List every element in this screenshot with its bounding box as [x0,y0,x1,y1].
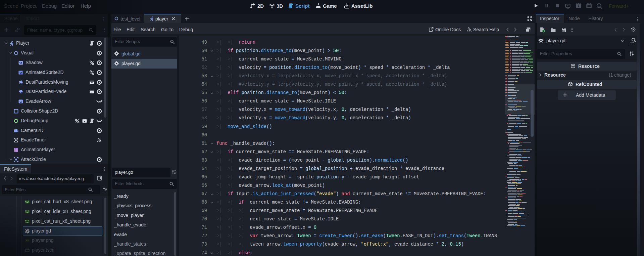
svg-text:DOC: DOC [467,31,470,33]
svg-text:DOC: DOC [631,41,635,44]
